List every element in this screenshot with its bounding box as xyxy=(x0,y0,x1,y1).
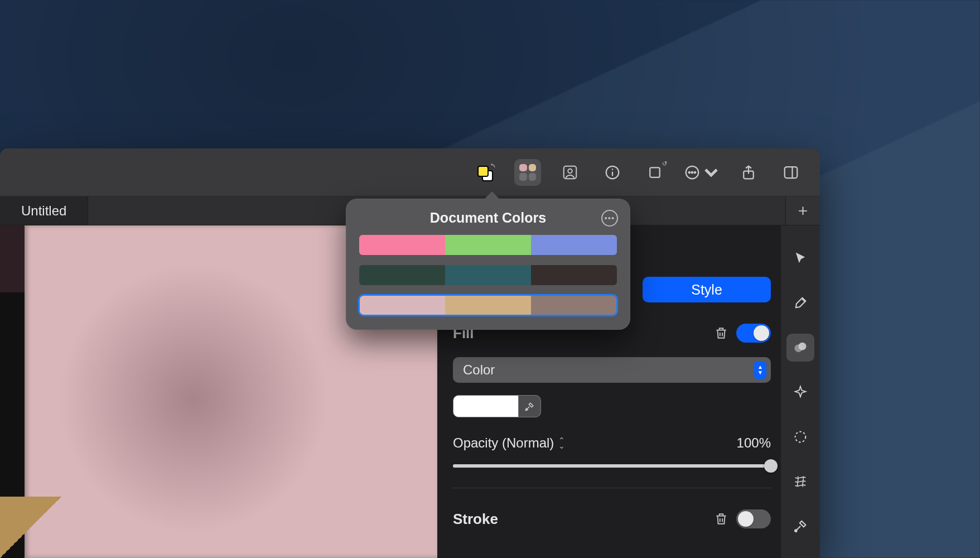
fill-toggle[interactable] xyxy=(736,324,771,343)
more-menu-button[interactable] xyxy=(684,159,720,186)
fill-color-well[interactable] xyxy=(453,395,519,417)
palette-swatch xyxy=(531,235,617,255)
info-icon xyxy=(604,164,621,181)
rotate-square-icon xyxy=(646,164,663,181)
portrait-button[interactable] xyxy=(557,159,583,186)
trash-icon xyxy=(714,326,728,340)
swatches-button[interactable] xyxy=(514,159,541,186)
opacity-value: 100% xyxy=(737,435,771,451)
document-tab-title: Untitled xyxy=(21,203,66,219)
select-arrows-icon: ▲▼ xyxy=(754,361,766,379)
overlapping-circles-icon xyxy=(793,340,808,355)
sidebar-right-icon xyxy=(783,164,799,181)
stroke-toggle[interactable] xyxy=(736,509,771,528)
palette-swatch xyxy=(360,296,445,315)
eyedropper-icon xyxy=(793,518,808,534)
plus-icon: + xyxy=(798,201,808,220)
color-picker-tool[interactable] xyxy=(786,512,814,540)
svg-point-19 xyxy=(795,432,806,442)
stroke-label: Stroke xyxy=(453,511,498,528)
opacity-label: Opacity (Normal) xyxy=(453,435,554,451)
palette-row-0[interactable] xyxy=(358,234,618,256)
palette-swatch xyxy=(359,235,445,255)
opacity-blend-button[interactable]: Opacity (Normal) ⌃⌄ xyxy=(453,435,565,451)
svg-rect-5 xyxy=(650,167,660,177)
svg-point-1 xyxy=(568,169,572,173)
svg-point-8 xyxy=(692,171,693,173)
style-segment-label: Style xyxy=(691,282,722,298)
shape-tool[interactable] xyxy=(786,334,814,362)
eyedropper-button[interactable] xyxy=(519,395,541,417)
style-segment-button[interactable]: Style xyxy=(643,277,771,302)
info-button[interactable] xyxy=(599,159,626,186)
tools-sidebar xyxy=(781,225,820,558)
palette-swatch xyxy=(531,265,617,285)
mesh-icon xyxy=(793,474,808,489)
fill-type-value: Color xyxy=(463,362,495,378)
cursor-icon xyxy=(793,251,808,266)
effects-tool[interactable] xyxy=(786,378,814,406)
palette-row-2[interactable] xyxy=(358,294,618,316)
color-swap-icon: ⤺ xyxy=(476,163,494,181)
eyedropper-icon xyxy=(524,401,535,412)
sidebar-toggle-button[interactable] xyxy=(778,159,804,186)
canvas-edge-dark xyxy=(0,225,25,292)
palette-row-1[interactable] xyxy=(358,264,618,286)
palette-swatch xyxy=(359,265,445,285)
selection-tool[interactable] xyxy=(786,423,814,451)
fill-delete-button[interactable] xyxy=(714,326,728,340)
brush-tool[interactable] xyxy=(786,289,814,317)
brush-icon xyxy=(793,295,808,311)
svg-point-7 xyxy=(689,171,691,173)
slider-thumb[interactable] xyxy=(764,459,778,473)
share-icon xyxy=(740,164,757,181)
section-divider xyxy=(453,488,771,488)
updown-icon: ⌃⌄ xyxy=(558,437,565,449)
svg-point-20 xyxy=(795,530,797,532)
svg-point-9 xyxy=(694,171,696,173)
document-colors-popover: Document Colors ••• xyxy=(346,199,630,330)
warp-tool[interactable] xyxy=(786,468,814,496)
svg-point-4 xyxy=(612,169,614,170)
dashed-circle-icon xyxy=(793,429,808,445)
palette-swatch xyxy=(445,265,531,285)
move-tool[interactable] xyxy=(786,244,814,272)
ellipsis-circle-icon xyxy=(684,164,701,181)
stroke-header-row: Stroke xyxy=(453,509,771,528)
popover-title: Document Colors xyxy=(430,210,546,226)
toolbar: ⤺ ↺ xyxy=(0,148,820,196)
new-tab-button[interactable]: + xyxy=(785,196,820,225)
color-swap-button[interactable]: ⤺ xyxy=(472,159,499,186)
fill-type-select[interactable]: Color ▲▼ xyxy=(453,357,771,383)
svg-point-18 xyxy=(799,343,807,350)
chevron-down-icon xyxy=(703,164,720,181)
stroke-delete-button[interactable] xyxy=(714,512,728,526)
palette-swatch xyxy=(445,296,530,315)
document-tab[interactable]: Untitled xyxy=(0,196,88,225)
opacity-slider[interactable] xyxy=(453,464,771,468)
palette-swatch xyxy=(445,235,531,255)
sparkle-icon xyxy=(793,384,808,400)
rotate-button[interactable]: ↺ xyxy=(641,159,668,186)
ellipsis-icon: ••• xyxy=(605,213,615,223)
svg-rect-11 xyxy=(785,167,798,178)
popover-more-button[interactable]: ••• xyxy=(601,210,618,227)
opacity-row: Opacity (Normal) ⌃⌄ 100% xyxy=(453,435,771,451)
swatches-icon xyxy=(519,164,536,181)
share-button[interactable] xyxy=(735,159,762,186)
fill-color-row xyxy=(453,395,771,417)
person-square-icon xyxy=(562,164,578,181)
svg-rect-0 xyxy=(564,166,577,179)
canvas-corner-fold xyxy=(0,497,61,558)
palette-swatch xyxy=(531,296,616,315)
trash-icon xyxy=(714,512,728,526)
